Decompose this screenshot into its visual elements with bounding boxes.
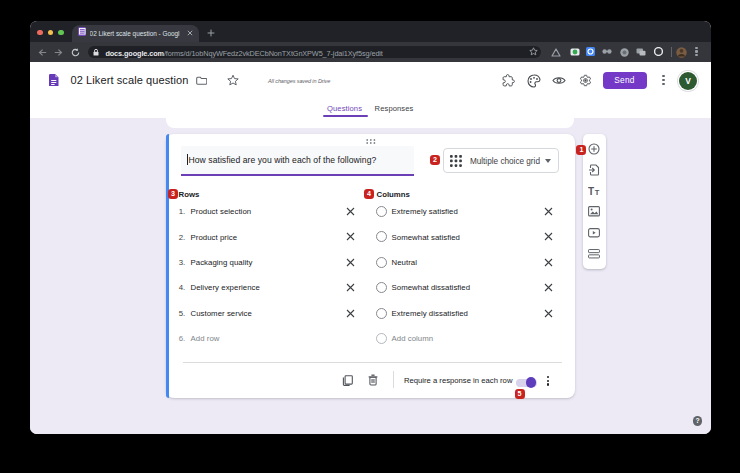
svg-text:T: T — [594, 187, 599, 196]
svg-text:T: T — [588, 185, 594, 196]
